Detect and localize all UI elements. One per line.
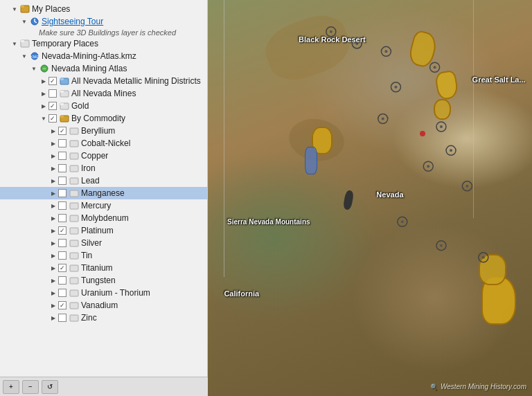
silver-icon	[69, 237, 80, 249]
my-places-label: My Places	[32, 4, 70, 14]
svg-rect-15	[60, 116, 64, 118]
svg-rect-22	[70, 203, 78, 209]
nevada-atlas-icon	[39, 63, 50, 74]
svg-rect-16	[70, 128, 78, 134]
all-mines-item[interactable]: All Nevada Mines	[0, 87, 207, 100]
beryllium-item[interactable]: Beryllium	[0, 125, 207, 137]
nevada-atlas-arrow	[29, 64, 39, 73]
tin-check[interactable]	[58, 251, 66, 260]
molybdenum-check[interactable]	[58, 214, 66, 222]
all-metallic-icon	[59, 75, 70, 87]
beryllium-check[interactable]	[58, 127, 66, 135]
uranium-thorium-item[interactable]: Uranium - Thorium	[0, 287, 207, 299]
by-commodity-item[interactable]: By Commodity	[0, 112, 207, 125]
temporary-places-item[interactable]: Temporary Places	[0, 37, 207, 50]
vanadium-label: Vanadium	[81, 300, 118, 310]
iron-arrow	[48, 163, 58, 173]
all-mines-label: All Nevada Mines	[71, 89, 136, 98]
black-rock-desert-label: Black Rock Desert	[299, 35, 366, 44]
tree-container: My Places Sightseeing Tour Make sure 3D …	[0, 0, 207, 327]
molybdenum-icon	[69, 213, 80, 224]
tungsten-check[interactable]	[58, 276, 66, 285]
molybdenum-item[interactable]: Molybdenum	[0, 212, 207, 224]
svg-rect-31	[70, 315, 78, 321]
tin-item[interactable]: Tin	[0, 249, 207, 262]
vanadium-item[interactable]: Vanadium	[0, 299, 207, 312]
state-border-line-2	[473, 0, 474, 218]
lead-arrow	[48, 176, 58, 186]
lake-region	[305, 147, 317, 174]
tungsten-arrow	[48, 276, 58, 285]
iron-item[interactable]: Iron	[0, 162, 207, 174]
zinc-check[interactable]	[58, 314, 66, 322]
iron-icon	[69, 163, 80, 174]
cobalt-nickel-item[interactable]: Cobalt-Nickel	[0, 137, 207, 150]
remove-button[interactable]: −	[22, 380, 39, 394]
beryllium-icon	[69, 125, 80, 136]
cobalt-nickel-label: Cobalt-Nickel	[81, 138, 130, 148]
sierra-nevada-label: Sierra Nevada Mountains	[227, 218, 310, 226]
all-mines-icon	[59, 88, 70, 99]
gold-check[interactable]	[48, 102, 57, 110]
lead-item[interactable]: Lead	[0, 174, 207, 187]
cobalt-nickel-arrow	[48, 138, 58, 148]
gold-region-6	[479, 254, 506, 285]
zinc-arrow	[48, 313, 58, 323]
map-panel[interactable]: Black Rock Desert Nevada Sierra Nevada M…	[208, 0, 532, 396]
my-places-item[interactable]: My Places	[0, 3, 207, 15]
svg-rect-4	[21, 40, 24, 42]
iron-check[interactable]	[58, 164, 66, 172]
nevada-atlas-item[interactable]: Nevada Mining Atlas	[0, 62, 207, 75]
all-metallic-item[interactable]: All Nevada Metallic Mining Districts	[0, 75, 207, 87]
mercury-check[interactable]	[58, 201, 66, 210]
platinum-item[interactable]: Platinum	[0, 224, 207, 237]
platinum-label: Platinum	[81, 226, 114, 235]
by-commodity-icon	[59, 113, 70, 124]
tungsten-item[interactable]: Tungsten	[0, 274, 207, 287]
sightseeing-item[interactable]: Sightseeing Tour	[0, 15, 207, 28]
titanium-item[interactable]: Titanium	[0, 262, 207, 274]
copper-check[interactable]	[58, 152, 66, 160]
cobalt-nickel-check[interactable]	[58, 139, 66, 147]
svg-rect-13	[60, 103, 64, 105]
add-button[interactable]: +	[3, 380, 19, 394]
gold-region-3	[434, 99, 451, 120]
temporary-places-arrow	[10, 39, 19, 48]
vanadium-check[interactable]	[58, 301, 66, 309]
kmz-file-item[interactable]: KMZ Nevada-Mining-Atlas.kmz	[0, 50, 207, 62]
silver-item[interactable]: Silver	[0, 237, 207, 249]
refresh-button[interactable]: ↺	[42, 380, 58, 394]
silver-check[interactable]	[58, 239, 66, 247]
svg-rect-26	[70, 253, 78, 259]
titanium-check[interactable]	[58, 264, 66, 272]
mercury-item[interactable]: Mercury	[0, 199, 207, 212]
tin-label: Tin	[81, 251, 92, 260]
zinc-icon	[69, 312, 80, 323]
svg-rect-20	[70, 178, 78, 184]
gold-item[interactable]: Gold	[0, 100, 207, 112]
vanadium-arrow	[48, 300, 58, 310]
copper-item[interactable]: Copper	[0, 150, 207, 162]
all-metallic-check[interactable]	[48, 77, 57, 85]
titanium-label: Titanium	[81, 263, 113, 273]
svg-rect-1	[21, 6, 24, 8]
tungsten-icon	[69, 275, 80, 286]
tin-icon	[69, 250, 80, 261]
copper-arrow	[48, 151, 58, 161]
platinum-check[interactable]	[58, 226, 66, 235]
zinc-item[interactable]: Zinc	[0, 312, 207, 324]
manganese-item[interactable]: Manganese	[0, 187, 207, 199]
tree-scroll[interactable]: My Places Sightseeing Tour Make sure 3D …	[0, 0, 207, 377]
great-salt-lake-label: Great Salt La...	[472, 75, 526, 84]
by-commodity-arrow	[39, 114, 48, 123]
by-commodity-check[interactable]	[48, 114, 57, 123]
lead-check[interactable]	[58, 177, 66, 185]
all-mines-arrow	[39, 89, 48, 98]
manganese-check[interactable]	[58, 189, 66, 197]
svg-rect-11	[60, 91, 64, 93]
svg-rect-28	[70, 278, 78, 284]
all-metallic-label: All Nevada Metallic Mining Districts	[71, 76, 201, 86]
all-mines-check[interactable]	[48, 89, 57, 98]
mercury-label: Mercury	[81, 201, 111, 210]
uranium-thorium-check[interactable]	[58, 289, 66, 297]
